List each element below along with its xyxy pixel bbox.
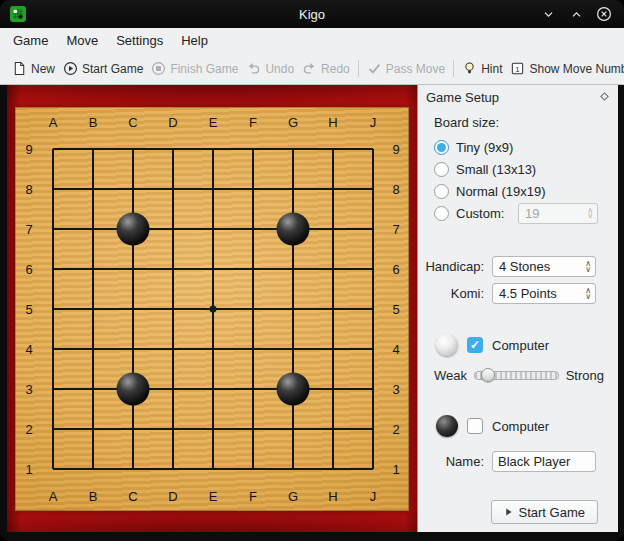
strength-slider[interactable] (474, 371, 559, 380)
go-board[interactable]: AABBCCDDEEFFGGHHJJ998877665544332211 (15, 107, 409, 511)
svg-text:8: 8 (25, 182, 32, 197)
komi-row: Komi: 4.5 Points (432, 283, 606, 304)
start-game-toolbar-button[interactable]: Start Game (59, 58, 147, 79)
svg-text:1: 1 (25, 462, 32, 477)
panel-title: Game Setup (426, 90, 599, 105)
svg-text:6: 6 (25, 262, 32, 277)
detach-panel-icon[interactable] (599, 90, 610, 105)
game-setup-panel: Game Setup Board size: Tiny (9x9) Small … (417, 85, 618, 532)
svg-text:C: C (128, 489, 137, 504)
undo-button: Undo (242, 58, 298, 79)
toolbar-separator (358, 60, 359, 77)
radio-icon[interactable] (434, 140, 449, 155)
custom-size-spinbox: 19 (518, 203, 598, 224)
svg-text:E: E (209, 489, 218, 504)
toolbar-separator (453, 60, 454, 77)
redo-arrow-icon (302, 61, 317, 76)
close-icon[interactable] (596, 6, 612, 22)
white-computer-checkbox[interactable] (467, 337, 483, 353)
svg-text:5: 5 (25, 302, 32, 317)
board-background: AABBCCDDEEFFGGHHJJ998877665544332211 (7, 85, 417, 532)
svg-text:1: 1 (516, 65, 521, 74)
radio-option-small[interactable]: Small (13x13) (434, 158, 606, 180)
svg-text:B: B (89, 115, 98, 130)
menu-settings[interactable]: Settings (107, 28, 172, 53)
show-move-numbers-button[interactable]: 1 Show Move Numbers (506, 58, 624, 79)
handicap-row: Handicap: 4 Stones (432, 256, 606, 277)
svg-text:A: A (49, 115, 58, 130)
black-computer-label: Computer (492, 419, 549, 434)
maximize-icon[interactable] (568, 6, 584, 22)
undo-arrow-icon (246, 61, 261, 76)
svg-text:9: 9 (392, 142, 399, 157)
stop-circle-icon (151, 61, 166, 76)
start-game-row: Start Game (432, 500, 606, 524)
svg-text:2: 2 (392, 422, 399, 437)
board-size-label: Board size: (434, 115, 606, 130)
pass-move-button: Pass Move (363, 58, 449, 79)
komi-label: Komi: (451, 286, 484, 301)
svg-text:H: H (328, 489, 337, 504)
svg-text:9: 9 (25, 142, 32, 157)
play-circle-icon (63, 61, 78, 76)
menu-help[interactable]: Help (172, 28, 217, 53)
svg-text:B: B (89, 489, 98, 504)
svg-text:F: F (249, 115, 257, 130)
game-setup-form: Board size: Tiny (9x9) Small (13x13) Nor… (418, 109, 618, 532)
finish-game-button: Finish Game (147, 58, 242, 79)
radio-option-tiny[interactable]: Tiny (9x9) (434, 136, 606, 158)
svg-text:7: 7 (392, 222, 399, 237)
radio-icon[interactable] (434, 184, 449, 199)
move-numbers-icon: 1 (510, 61, 525, 76)
svg-text:A: A (49, 489, 58, 504)
spinbox-arrows-icon[interactable] (581, 261, 595, 272)
play-icon (504, 505, 513, 520)
komi-spinbox[interactable]: 4.5 Points (492, 283, 596, 304)
kigo-window: Kigo Game Move Settings Help New Start G… (0, 0, 624, 541)
svg-text:D: D (168, 489, 177, 504)
svg-text:3: 3 (25, 382, 32, 397)
weak-label: Weak (434, 368, 467, 383)
menu-move[interactable]: Move (57, 28, 107, 53)
spinbox-arrows-icon (583, 208, 597, 219)
strong-label: Strong (566, 368, 604, 383)
handicap-spinbox[interactable]: 4 Stones (492, 256, 596, 277)
svg-text:4: 4 (392, 342, 399, 357)
slider-handle[interactable] (481, 368, 495, 382)
white-computer-label: Computer (492, 338, 549, 353)
toolbar: New Start Game Finish Game Undo Redo Pas… (0, 53, 624, 85)
radio-icon[interactable] (434, 206, 449, 221)
white-stone-icon (436, 334, 458, 356)
black-stone-icon (436, 415, 458, 437)
hint-button[interactable]: Hint (458, 58, 506, 79)
svg-text:1: 1 (392, 462, 399, 477)
svg-text:3: 3 (392, 382, 399, 397)
black-player-row: Computer (436, 415, 606, 437)
main-content: AABBCCDDEEFFGGHHJJ998877665544332211 Gam… (0, 85, 624, 541)
lightbulb-icon (462, 61, 477, 76)
panel-header: Game Setup (418, 85, 618, 109)
radio-option-normal[interactable]: Normal (19x19) (434, 180, 606, 202)
white-player-row: Computer (436, 334, 606, 356)
spinbox-arrows-icon[interactable] (581, 288, 595, 299)
radio-option-custom[interactable]: Custom: 19 (434, 202, 606, 224)
minimize-icon[interactable] (540, 6, 556, 22)
black-name-row: Name: (432, 451, 606, 472)
go-board-svg: AABBCCDDEEFFGGHHJJ998877665544332211 (15, 107, 409, 511)
strength-slider-row: Weak Strong (434, 368, 606, 383)
svg-text:6: 6 (392, 262, 399, 277)
black-player-name-input[interactable] (492, 451, 596, 472)
svg-text:7: 7 (25, 222, 32, 237)
svg-text:G: G (288, 489, 298, 504)
menu-game[interactable]: Game (4, 28, 57, 53)
svg-text:E: E (209, 115, 218, 130)
new-button[interactable]: New (8, 58, 59, 79)
black-computer-checkbox[interactable] (467, 418, 483, 434)
svg-text:4: 4 (25, 342, 32, 357)
titlebar[interactable]: Kigo (0, 0, 624, 28)
new-document-icon (12, 61, 27, 76)
name-label: Name: (446, 454, 484, 469)
radio-icon[interactable] (434, 162, 449, 177)
start-game-button[interactable]: Start Game (491, 500, 598, 524)
svg-text:J: J (370, 489, 377, 504)
